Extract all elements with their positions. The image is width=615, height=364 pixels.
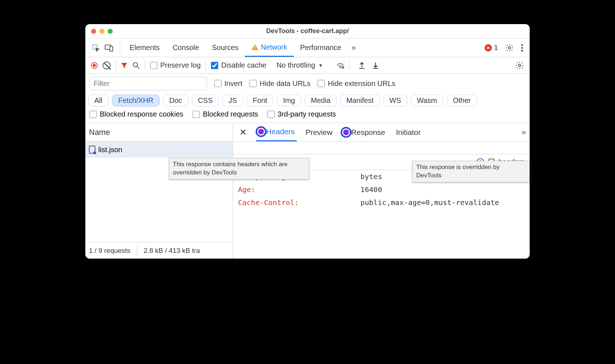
response-override-tooltip: This response is overridden by DevTools <box>412 161 530 182</box>
error-count-value: 1 <box>494 44 498 52</box>
search-icon[interactable] <box>133 62 140 69</box>
error-count[interactable]: ✕ 1 <box>481 44 502 52</box>
svg-point-5 <box>508 47 511 49</box>
type-chip-ws[interactable]: WS <box>383 95 407 106</box>
type-filter-chips: AllFetch/XHRDocCSSJSFontImgMediaManifest… <box>85 93 530 108</box>
more-tabs-button[interactable]: » <box>348 43 359 53</box>
svg-point-11 <box>340 67 341 68</box>
tab-headers[interactable]: Headers <box>256 123 297 141</box>
tab-response-label: Response <box>351 128 385 137</box>
download-har-icon[interactable] <box>372 62 379 69</box>
blocked-filter-row: Blocked response cookies Blocked request… <box>85 108 530 123</box>
header-value: public,max-age=0,must-revalidate <box>360 198 525 207</box>
svg-rect-2 <box>110 46 113 51</box>
type-chip-js[interactable]: JS <box>223 95 243 106</box>
blocked-requests-checkbox[interactable]: Blocked requests <box>193 110 258 118</box>
tab-initiator[interactable]: Initiator <box>394 123 423 141</box>
request-list-header[interactable]: Name <box>85 123 233 142</box>
warning-icon <box>251 44 259 50</box>
network-toolbar: Preserve log Disable cache No throttling… <box>85 57 530 74</box>
throttling-dropdown[interactable]: No throttling ▼ <box>271 61 328 69</box>
settings-icon[interactable] <box>502 44 517 52</box>
third-party-checkbox[interactable]: 3rd-party requests <box>268 110 336 118</box>
headers-override-tooltip: This response contains headers which are… <box>169 158 309 179</box>
header-value: 16400 <box>360 185 525 194</box>
tab-sources[interactable]: Sources <box>206 38 245 57</box>
hide-extension-urls-checkbox[interactable]: Hide extension URLs <box>318 79 395 88</box>
svg-point-9 <box>133 63 138 67</box>
clear-button[interactable] <box>103 62 111 69</box>
detail-pane: ✕ Headers Preview Response Initiator » R… <box>233 123 530 259</box>
devtools-window: DevTools - coffee-cart.app/ Elements Con… <box>85 24 530 259</box>
titlebar: DevTools - coffee-cart.app/ <box>85 24 530 38</box>
request-status-bar: 1 / 9 requests 2.8 kB / 413 kB tra <box>85 242 233 259</box>
svg-rect-3 <box>255 46 255 48</box>
type-chip-wasm[interactable]: Wasm <box>411 95 443 106</box>
tab-elements[interactable]: Elements <box>123 38 166 57</box>
upload-har-icon[interactable] <box>358 62 365 69</box>
file-icon <box>89 146 95 154</box>
preserve-log-label: Preserve log <box>160 61 201 69</box>
network-conditions-icon[interactable] <box>336 62 344 69</box>
filter-row: Invert Hide data URLs Hide extension URL… <box>85 74 530 93</box>
header-row: Age:16400 <box>233 183 530 196</box>
header-key: Cache-Control: <box>238 198 360 207</box>
chevron-down-icon: ▼ <box>318 63 323 68</box>
header-row: Cache-Control:public,max-age=0,must-reva… <box>233 196 530 209</box>
request-row[interactable]: list.json <box>85 142 233 158</box>
record-button[interactable] <box>91 62 98 69</box>
main-tabs: Elements Console Sources Network Perform… <box>85 38 530 57</box>
tab-network-label: Network <box>261 43 287 51</box>
tab-headers-label: Headers <box>266 127 295 136</box>
inspect-element-icon[interactable] <box>92 44 100 52</box>
request-list-pane: Name list.json 1 / 9 requests 2.8 kB / 4… <box>85 123 233 259</box>
type-chip-media[interactable]: Media <box>305 95 336 106</box>
header-key: Age: <box>238 185 360 194</box>
network-settings-icon[interactable] <box>515 61 524 70</box>
svg-point-6 <box>521 44 523 46</box>
hide-data-urls-checkbox[interactable]: Hide data URLs <box>250 79 310 88</box>
filter-icon[interactable] <box>121 62 127 69</box>
kebab-menu-icon[interactable] <box>517 44 527 52</box>
type-chip-doc[interactable]: Doc <box>163 95 188 106</box>
request-name: list.json <box>98 146 122 154</box>
svg-rect-4 <box>255 49 255 49</box>
device-toolbar-icon[interactable] <box>105 44 113 51</box>
blocked-cookies-checkbox[interactable]: Blocked response cookies <box>90 110 183 118</box>
hide-ext-label: Hide extension URLs <box>328 79 395 88</box>
type-chip-other[interactable]: Other <box>447 95 477 106</box>
svg-line-10 <box>137 67 139 69</box>
throttling-value: No throttling <box>277 61 315 69</box>
type-chip-all[interactable]: All <box>88 95 108 106</box>
svg-point-13 <box>519 64 521 67</box>
svg-point-8 <box>521 50 523 51</box>
transfer-size: 2.8 kB / 413 kB tra <box>144 247 200 255</box>
tab-console[interactable]: Console <box>166 38 205 57</box>
override-indicator-icon <box>343 129 349 135</box>
tab-preview[interactable]: Preview <box>303 123 335 141</box>
type-chip-css[interactable]: CSS <box>192 95 219 106</box>
preserve-log-checkbox[interactable]: Preserve log <box>150 61 201 69</box>
tab-response[interactable]: Response <box>341 123 387 141</box>
type-chip-img[interactable]: Img <box>277 95 301 106</box>
svg-point-7 <box>521 47 523 49</box>
override-indicator-icon <box>258 129 264 135</box>
tab-performance[interactable]: Performance <box>294 38 348 57</box>
tab-network[interactable]: Network <box>245 38 293 57</box>
hide-data-label: Hide data URLs <box>260 79 310 88</box>
request-count: 1 / 9 requests <box>89 247 130 255</box>
invert-checkbox[interactable]: Invert <box>214 79 242 88</box>
error-icon: ✕ <box>485 44 492 51</box>
detail-tabs: ✕ Headers Preview Response Initiator » <box>233 123 530 142</box>
type-chip-manifest[interactable]: Manifest <box>340 95 380 106</box>
type-chip-font[interactable]: Font <box>247 95 273 106</box>
invert-label: Invert <box>224 79 242 88</box>
close-detail-button[interactable]: ✕ <box>237 127 250 137</box>
more-detail-tabs-button[interactable]: » <box>522 128 526 137</box>
disable-cache-label: Disable cache <box>221 61 266 69</box>
disable-cache-checkbox[interactable]: Disable cache <box>211 61 266 69</box>
split-pane: Name list.json 1 / 9 requests 2.8 kB / 4… <box>85 123 530 259</box>
type-chip-fetchxhr[interactable]: Fetch/XHR <box>112 95 160 106</box>
filter-input[interactable] <box>90 77 207 90</box>
window-title: DevTools - coffee-cart.app/ <box>85 27 530 35</box>
